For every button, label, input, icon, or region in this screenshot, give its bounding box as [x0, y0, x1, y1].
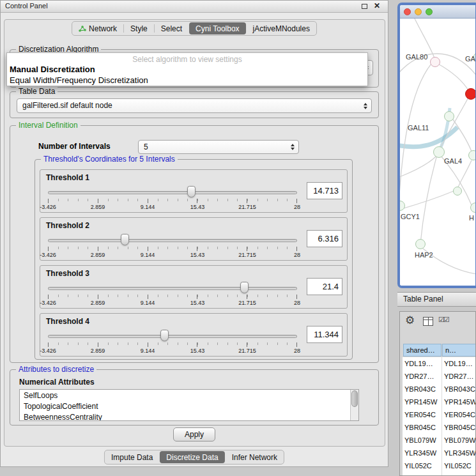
cell-name[interactable]: YIL052C [444, 459, 476, 472]
network-node[interactable] [444, 111, 454, 121]
close-traffic-light-icon[interactable] [404, 8, 411, 15]
cell-shared-name[interactable]: YLR345W [404, 447, 440, 459]
cell-name[interactable]: YDR27… [444, 370, 476, 383]
tab-label: Infer Network [232, 453, 277, 462]
slider-track[interactable] [48, 239, 297, 242]
slider-handle[interactable] [121, 234, 129, 245]
control-panel-window: Control Panel ✕ Network Style Select Cyn… [0, 0, 388, 467]
cell-shared-name[interactable]: YPR145W [404, 395, 440, 408]
group-label: Interval Definition [16, 121, 81, 130]
cell-shared-name[interactable]: YDL19… [404, 357, 440, 370]
combo-spinner-icon[interactable] [288, 142, 296, 152]
cell-name[interactable]: YLR345W [444, 447, 476, 459]
table-row[interactable]: YPR145WYPR145W [403, 395, 475, 408]
slider-handle[interactable] [187, 186, 196, 197]
network-node-selected[interactable] [465, 88, 476, 100]
cell-name[interactable]: YBR043C [444, 383, 476, 395]
threshold-slider[interactable]: -3.426 2.859 9.144 15.43 21.715 28 [48, 329, 297, 355]
control-panel-titlebar[interactable]: Control Panel ✕ [1, 1, 388, 13]
tick-label: 9.144 [141, 300, 155, 306]
network-node[interactable] [415, 239, 426, 249]
tab-style[interactable]: Style [124, 22, 154, 35]
network-node[interactable] [433, 146, 445, 158]
close-icon[interactable]: ✕ [374, 2, 380, 10]
threshold-value-field[interactable]: 11.344 [307, 326, 342, 343]
cell-shared-name[interactable]: YBL079W [404, 434, 440, 447]
tab-label: Discretize Data [166, 453, 218, 462]
apply-button[interactable]: Apply [173, 427, 215, 441]
table-row[interactable]: YDR27…YDR27… [403, 370, 475, 383]
cell-name[interactable]: YDL19… [444, 357, 476, 370]
column-header-name[interactable]: n… [442, 344, 476, 357]
group-label: Threshold's Coordinates for 5 Intervals [41, 155, 178, 164]
table-columns-icon[interactable] [423, 317, 433, 326]
network-window-titlebar[interactable] [400, 5, 475, 19]
table-row[interactable]: YBR043CYBR043C [403, 383, 475, 395]
dropdown-option-equal-width[interactable]: Equal Width/Frequency Discretization [7, 75, 367, 86]
cell-name[interactable]: YPR145W [444, 395, 476, 408]
list-item[interactable]: TopologicalCoefficient [20, 401, 358, 411]
dropdown-option-manual-discretization[interactable]: Manual Discretization [7, 64, 367, 75]
slider-track[interactable] [48, 191, 297, 194]
list-item[interactable]: BetweennessCentrality [20, 411, 358, 421]
table-row[interactable]: YDL19…YDL19… [403, 357, 475, 370]
select-columns-icon[interactable]: ☑☑ [438, 316, 449, 324]
cell-shared-name[interactable]: YBR043C [404, 383, 440, 395]
table-row[interactable]: YBL079WYBL079W [403, 434, 475, 447]
network-canvas[interactable]: GAL80 GA GAL11 GAL4 GCY1 HAP2 H [400, 19, 475, 286]
threshold-slider[interactable]: -3.426 2.859 9.144 15.43 21.715 28 [48, 233, 297, 259]
slider-track[interactable] [48, 335, 297, 338]
table-panel-header: Table Panel [397, 292, 476, 307]
minimize-traffic-light-icon[interactable] [415, 8, 422, 15]
slider-handle[interactable] [160, 330, 169, 341]
network-node[interactable] [430, 57, 440, 67]
cell-name[interactable]: YBL079W [444, 434, 476, 447]
table-row[interactable]: YER054CYER054C [403, 408, 475, 421]
tick-label: 9.144 [141, 252, 155, 258]
control-panel-tab-bar: Network Style Select Cyni Toolbox jActiv… [72, 21, 317, 36]
threshold-coordinates-group: Threshold's Coordinates for 5 Intervals … [35, 159, 353, 360]
network-node[interactable] [453, 187, 462, 196]
cell-shared-name[interactable]: YIL052C [404, 459, 440, 472]
cell-shared-name[interactable]: YER054C [404, 408, 440, 421]
threshold-value-field[interactable]: 6.316 [307, 230, 342, 247]
table-row[interactable]: YLR345WYLR345W [403, 447, 475, 459]
tab-discretize-data[interactable]: Discretize Data [160, 451, 224, 463]
float-window-icon[interactable] [362, 4, 367, 9]
tab-network[interactable]: Network [72, 22, 123, 35]
threshold-slider[interactable]: -3.426 2.859 9.144 15.43 21.715 28 [48, 281, 297, 307]
dropdown-placeholder: Select algorithm to view settings [7, 53, 367, 64]
tab-infer-network[interactable]: Infer Network [226, 450, 284, 464]
table-row[interactable]: YIL052CYIL052C [403, 459, 475, 472]
group-label: Table Data [16, 87, 58, 96]
tab-jactivemnodules[interactable]: jActiveMNodules [247, 22, 316, 35]
threshold-value-field[interactable]: 14.713 [307, 182, 342, 199]
tick-label: 21.715 [238, 204, 256, 210]
tab-cyni-toolbox[interactable]: Cyni Toolbox [189, 22, 245, 35]
table-row[interactable]: YBR045CYBR045C [403, 421, 475, 434]
number-of-intervals-combobox[interactable]: 5 [138, 140, 299, 154]
slider-track[interactable] [48, 287, 297, 290]
list-scrollbar[interactable] [350, 390, 358, 420]
slider-handle[interactable] [240, 282, 249, 293]
network-node[interactable] [468, 150, 476, 160]
scrollbar-thumb[interactable] [351, 390, 358, 407]
tab-select[interactable]: Select [155, 22, 188, 35]
cell-shared-name[interactable]: YBR045C [404, 421, 440, 434]
table-data-combobox[interactable]: galFiltered.sif default node [17, 98, 372, 113]
gear-icon[interactable]: ⚙ [405, 314, 415, 327]
network-node[interactable] [470, 203, 476, 213]
column-header-shared-name[interactable]: shared… [403, 344, 441, 357]
cell-name[interactable]: YBR045C [444, 421, 476, 434]
tab-impute-data[interactable]: Impute Data [105, 450, 159, 464]
cell-shared-name[interactable]: YDR27… [404, 370, 440, 383]
cell-name[interactable]: YER054C [444, 408, 476, 421]
zoom-traffic-light-icon[interactable] [426, 8, 433, 15]
tick-label: 2.859 [91, 204, 105, 210]
combo-spinner-icon[interactable] [361, 101, 369, 111]
threshold-slider[interactable]: -3.426 2.859 9.144 15.43 21.715 28 [48, 185, 297, 211]
node-label: GA [465, 55, 475, 63]
list-item[interactable]: SelfLoops [20, 390, 358, 401]
tab-label: jActiveMNodules [253, 24, 310, 33]
threshold-value-field[interactable]: 21.4 [307, 278, 342, 295]
